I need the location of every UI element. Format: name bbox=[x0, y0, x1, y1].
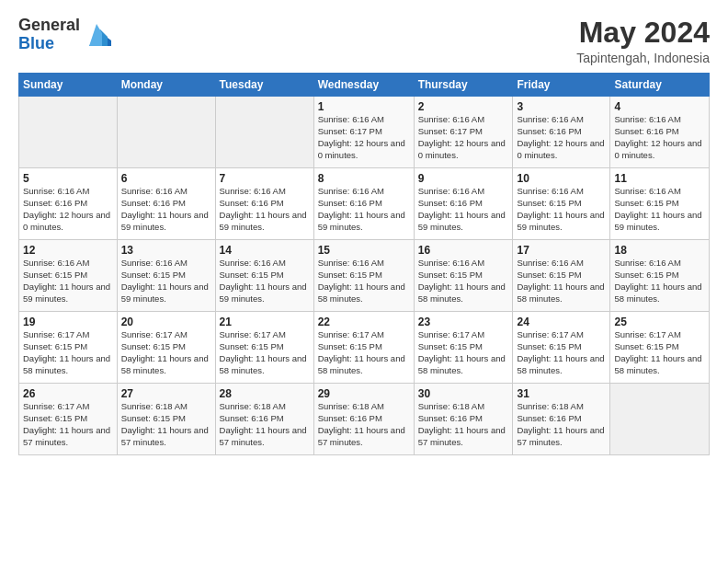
calendar-day-cell: 14Sunrise: 6:16 AMSunset: 6:15 PMDayligh… bbox=[215, 240, 313, 312]
day-number: 31 bbox=[517, 387, 606, 400]
logo-general: General bbox=[18, 17, 80, 35]
day-number: 16 bbox=[418, 244, 509, 257]
day-info: Sunrise: 6:17 AMSunset: 6:15 PMDaylight:… bbox=[614, 329, 705, 376]
calendar-day-cell: 29Sunrise: 6:18 AMSunset: 6:16 PMDayligh… bbox=[313, 384, 414, 455]
page: General Blue May 2024 Tapintengah, Indon… bbox=[0, 0, 728, 563]
calendar-day-cell: 9Sunrise: 6:16 AMSunset: 6:16 PMDaylight… bbox=[414, 168, 513, 240]
day-info: Sunrise: 6:16 AMSunset: 6:16 PMDaylight:… bbox=[220, 186, 310, 233]
day-info: Sunrise: 6:17 AMSunset: 6:15 PMDaylight:… bbox=[517, 329, 606, 376]
calendar-day-cell: 17Sunrise: 6:16 AMSunset: 6:15 PMDayligh… bbox=[513, 240, 610, 312]
day-info: Sunrise: 6:16 AMSunset: 6:16 PMDaylight:… bbox=[517, 114, 606, 161]
calendar-day-cell: 12Sunrise: 6:16 AMSunset: 6:15 PMDayligh… bbox=[19, 240, 118, 312]
day-info: Sunrise: 6:16 AMSunset: 6:16 PMDaylight:… bbox=[318, 186, 410, 233]
calendar-day-cell: 4Sunrise: 6:16 AMSunset: 6:16 PMDaylight… bbox=[610, 97, 710, 168]
calendar-day-cell: 7Sunrise: 6:16 AMSunset: 6:16 PMDaylight… bbox=[215, 168, 313, 240]
weekday-header: Tuesday bbox=[215, 74, 313, 97]
day-info: Sunrise: 6:16 AMSunset: 6:15 PMDaylight:… bbox=[23, 258, 113, 304]
logo-blue: Blue bbox=[18, 35, 80, 53]
day-number: 5 bbox=[23, 172, 113, 185]
calendar-day-cell: 28Sunrise: 6:18 AMSunset: 6:16 PMDayligh… bbox=[215, 384, 313, 455]
weekday-header: Friday bbox=[513, 74, 610, 97]
day-number: 27 bbox=[121, 387, 211, 400]
day-number: 7 bbox=[220, 172, 310, 185]
day-number: 30 bbox=[418, 387, 509, 400]
logo: General Blue bbox=[18, 17, 111, 53]
location: Tapintengah, Indonesia bbox=[576, 51, 710, 65]
day-info: Sunrise: 6:16 AMSunset: 6:17 PMDaylight:… bbox=[418, 114, 509, 161]
calendar-week-row: 26Sunrise: 6:17 AMSunset: 6:15 PMDayligh… bbox=[19, 384, 710, 455]
day-number: 12 bbox=[23, 244, 113, 257]
day-info: Sunrise: 6:16 AMSunset: 6:15 PMDaylight:… bbox=[418, 258, 509, 304]
calendar-day-cell: 21Sunrise: 6:17 AMSunset: 6:15 PMDayligh… bbox=[215, 312, 313, 384]
calendar-day-cell: 13Sunrise: 6:16 AMSunset: 6:15 PMDayligh… bbox=[117, 240, 215, 312]
logo-name: General Blue bbox=[18, 17, 80, 53]
weekday-header: Thursday bbox=[414, 74, 513, 97]
day-info: Sunrise: 6:18 AMSunset: 6:16 PMDaylight:… bbox=[318, 401, 410, 448]
logo-text-block: General Blue bbox=[18, 17, 80, 53]
day-info: Sunrise: 6:17 AMSunset: 6:15 PMDaylight:… bbox=[121, 329, 211, 376]
day-info: Sunrise: 6:18 AMSunset: 6:16 PMDaylight:… bbox=[220, 401, 310, 448]
calendar-day-cell: 5Sunrise: 6:16 AMSunset: 6:16 PMDaylight… bbox=[19, 168, 118, 240]
calendar-day-cell: 8Sunrise: 6:16 AMSunset: 6:16 PMDaylight… bbox=[313, 168, 414, 240]
calendar-day-cell: 11Sunrise: 6:16 AMSunset: 6:15 PMDayligh… bbox=[610, 168, 710, 240]
day-info: Sunrise: 6:18 AMSunset: 6:15 PMDaylight:… bbox=[121, 401, 211, 448]
day-info: Sunrise: 6:16 AMSunset: 6:16 PMDaylight:… bbox=[418, 186, 509, 233]
day-number: 24 bbox=[517, 316, 606, 328]
calendar-week-row: 1Sunrise: 6:16 AMSunset: 6:17 PMDaylight… bbox=[19, 97, 710, 168]
weekday-header: Sunday bbox=[19, 74, 118, 97]
day-info: Sunrise: 6:18 AMSunset: 6:16 PMDaylight:… bbox=[418, 401, 509, 448]
day-info: Sunrise: 6:17 AMSunset: 6:15 PMDaylight:… bbox=[220, 329, 310, 376]
day-info: Sunrise: 6:16 AMSunset: 6:15 PMDaylight:… bbox=[220, 258, 310, 304]
calendar-day-cell: 24Sunrise: 6:17 AMSunset: 6:15 PMDayligh… bbox=[513, 312, 610, 384]
weekday-header: Monday bbox=[117, 74, 215, 97]
day-info: Sunrise: 6:16 AMSunset: 6:15 PMDaylight:… bbox=[517, 258, 606, 304]
calendar-day-cell: 10Sunrise: 6:16 AMSunset: 6:15 PMDayligh… bbox=[513, 168, 610, 240]
calendar-day-cell: 31Sunrise: 6:18 AMSunset: 6:16 PMDayligh… bbox=[513, 384, 610, 455]
calendar-table: SundayMondayTuesdayWednesdayThursdayFrid… bbox=[18, 73, 710, 455]
day-number: 28 bbox=[220, 387, 310, 400]
day-number: 4 bbox=[614, 100, 705, 113]
day-number: 1 bbox=[318, 100, 410, 113]
calendar-week-row: 12Sunrise: 6:16 AMSunset: 6:15 PMDayligh… bbox=[19, 240, 710, 312]
day-info: Sunrise: 6:17 AMSunset: 6:15 PMDaylight:… bbox=[318, 329, 410, 376]
day-info: Sunrise: 6:16 AMSunset: 6:16 PMDaylight:… bbox=[23, 186, 113, 233]
calendar-day-cell: 30Sunrise: 6:18 AMSunset: 6:16 PMDayligh… bbox=[414, 384, 513, 455]
calendar-day-cell: 15Sunrise: 6:16 AMSunset: 6:15 PMDayligh… bbox=[313, 240, 414, 312]
day-number: 14 bbox=[220, 244, 310, 257]
day-info: Sunrise: 6:16 AMSunset: 6:16 PMDaylight:… bbox=[614, 114, 705, 161]
day-number: 2 bbox=[418, 100, 509, 113]
day-number: 9 bbox=[418, 172, 509, 185]
calendar-day-cell: 6Sunrise: 6:16 AMSunset: 6:16 PMDaylight… bbox=[117, 168, 215, 240]
day-number: 20 bbox=[121, 316, 211, 328]
day-info: Sunrise: 6:16 AMSunset: 6:15 PMDaylight:… bbox=[121, 258, 211, 304]
day-number: 26 bbox=[23, 387, 113, 400]
day-info: Sunrise: 6:17 AMSunset: 6:15 PMDaylight:… bbox=[23, 329, 113, 376]
month-title: May 2024 bbox=[576, 17, 710, 49]
day-number: 17 bbox=[517, 244, 606, 257]
day-info: Sunrise: 6:16 AMSunset: 6:15 PMDaylight:… bbox=[614, 186, 705, 233]
calendar-day-cell: 3Sunrise: 6:16 AMSunset: 6:16 PMDaylight… bbox=[513, 97, 610, 168]
day-number: 18 bbox=[614, 244, 705, 257]
svg-marker-2 bbox=[89, 24, 102, 46]
calendar-day-cell: 1Sunrise: 6:16 AMSunset: 6:17 PMDaylight… bbox=[313, 97, 414, 168]
calendar-day-cell bbox=[215, 97, 313, 168]
weekday-header: Saturday bbox=[610, 74, 710, 97]
calendar-week-row: 19Sunrise: 6:17 AMSunset: 6:15 PMDayligh… bbox=[19, 312, 710, 384]
calendar-day-cell: 20Sunrise: 6:17 AMSunset: 6:15 PMDayligh… bbox=[117, 312, 215, 384]
day-info: Sunrise: 6:16 AMSunset: 6:15 PMDaylight:… bbox=[517, 186, 606, 233]
day-number: 15 bbox=[318, 244, 410, 257]
day-number: 19 bbox=[23, 316, 113, 328]
day-number: 25 bbox=[614, 316, 705, 328]
calendar-day-cell: 18Sunrise: 6:16 AMSunset: 6:15 PMDayligh… bbox=[610, 240, 710, 312]
day-number: 13 bbox=[121, 244, 211, 257]
day-number: 11 bbox=[614, 172, 705, 185]
day-number: 22 bbox=[318, 316, 410, 328]
calendar-header-row: SundayMondayTuesdayWednesdayThursdayFrid… bbox=[19, 74, 710, 97]
calendar-day-cell: 2Sunrise: 6:16 AMSunset: 6:17 PMDaylight… bbox=[414, 97, 513, 168]
day-number: 3 bbox=[517, 100, 606, 113]
day-number: 6 bbox=[121, 172, 211, 185]
calendar-day-cell: 27Sunrise: 6:18 AMSunset: 6:15 PMDayligh… bbox=[117, 384, 215, 455]
day-info: Sunrise: 6:18 AMSunset: 6:16 PMDaylight:… bbox=[517, 401, 606, 448]
day-info: Sunrise: 6:16 AMSunset: 6:15 PMDaylight:… bbox=[318, 258, 410, 304]
calendar-day-cell: 19Sunrise: 6:17 AMSunset: 6:15 PMDayligh… bbox=[19, 312, 118, 384]
